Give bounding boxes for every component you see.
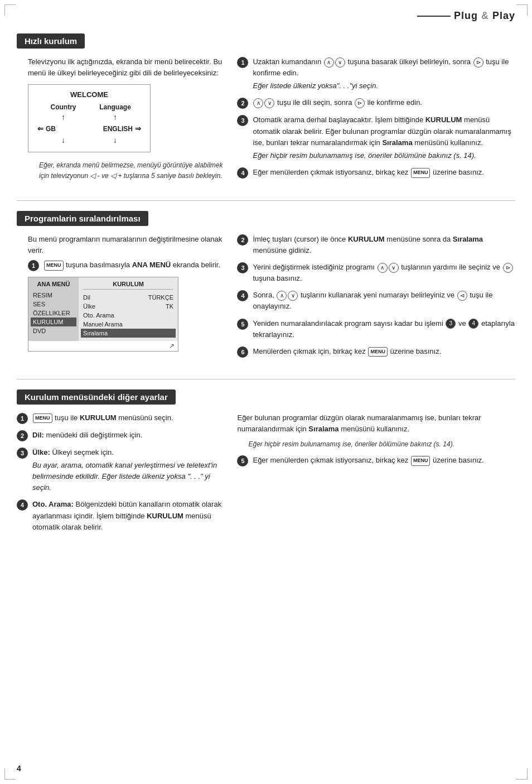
brand-text: Plug & Play [454,10,515,22]
menu-row-ulke: ÜlkeTK [83,302,173,311]
section2-step1: 1 MENU tuşuna basılmasıyla ANA MENÜ ekra… [17,259,226,271]
brand-line [417,16,451,17]
ana-menu-title: ANA MENÜ [33,281,74,287]
btn-confirm-1: ⊳ [473,57,483,68]
section2-right: 2 İmleç tuşları (cursor) ile önce KURULU… [237,234,515,363]
s2-step2-num: 2 [237,234,248,246]
s2-step3-row: 3 Yerini değiştirmek istediğiniz program… [237,262,515,284]
s3-item2-text: Dil: menüdeki dili değiştirmek için. [32,430,226,441]
menu-arrow: ↗ [169,342,175,350]
menu-row-siralama: Sıralama [81,329,176,338]
step4-row: 4 Eğer menülerden çıkmak istiyorsanız, b… [237,167,515,179]
section3-title: Kurulum menüsündeki diğer ayarlar [17,389,176,405]
menu-row-manuel: Manuel Arama [83,320,173,329]
s2-step6-num: 6 [237,347,248,358]
s2-step2-text: İmleç tuşları (cursor) ile önce KURULUM … [253,234,515,256]
menu-screenshot: ANA MENÜ RESIM SES ÖZELLIKLER KURULUM DV… [28,277,178,352]
country-value: GB [46,125,56,133]
s3-item3: 3 Ülke: Ülkeyi seçmek için. Bu ayar, ara… [17,447,226,494]
menu-right-panel: KURULUM DilTÜRKÇE ÜlkeTK Oto. Arama Manu… [79,277,178,341]
btn-up-4: ∧ [277,291,287,301]
s2-step6-row: 6 Menülerden çıkmak için, birkaç kez MEN… [237,346,515,358]
section2-step1-text: MENU tuşuna basılmasıyla ANA MENÜ ekrand… [43,259,226,271]
s3-item4-num: 4 [17,499,28,511]
step1-text: Uzaktan kumandanın ∧∨ tuşuna basarak ülk… [253,56,515,92]
welcome-box: WELCOME Country Language ↑ ↑ [28,84,151,152]
menu-item-dvd: DVD [33,326,74,335]
page-number: 4 [17,764,21,773]
step1-row: 1 Uzaktan kumandanın ∧∨ tuşuna basarak ü… [237,56,515,92]
s2-step4-row: 4 Sonra, ∧∨ tuşlarını kullanarak yeni nu… [237,290,515,312]
section-programlarin: Programlarin sıralandırılması Bu menü pr… [17,211,515,363]
welcome-title: WELCOME [37,90,141,99]
btn-down-3: ∨ [389,263,399,273]
section2-left: Bu menü programların numaralarının değiş… [17,234,226,363]
menu-row-dil: DilTÜRKÇE [83,293,173,302]
s3-item4: 4 Oto. Arama: Bölgenizdeki bütün kanalla… [17,499,226,532]
btn-up-down-1: ∧ [324,57,334,68]
s3-right-p1: Eğer bulunan programlar düzgün olarak nu… [237,412,515,435]
language-arrow-down: ↓ [113,136,117,144]
s2-step3-num: 3 [237,262,248,273]
section1-intro: Televizyonu ilk açtığınızda, ekranda bir… [17,56,226,79]
s2-step3-text: Yerini değiştirmek istediğiniz programı … [253,262,515,284]
btn-menu-5: MENU [411,456,431,466]
kurulum-title: KURULUM [83,281,173,290]
s2-step4-text: Sonra, ∧∨ tuşlarını kullanarak yeni numa… [253,290,515,312]
s3-item4-text: Oto. Arama: Bölgenizdeki bütün kanalları… [32,499,226,532]
menu-item-ozellikler: ÖZELLIKLER [33,309,74,318]
s2-step6-text: Menülerden çıkmak için, birkaç kez MENU … [253,346,515,357]
s3-step5-row: 5 Eğer menülerden çıkmak istiyorsanız, b… [237,455,515,466]
s2-step5-text: Yeniden numaralandırılacak program sayıs… [253,318,515,340]
country-label: Country [51,103,76,111]
section3-right: Eğer bulunan programlar düzgün olarak nu… [237,412,515,538]
step3-text: Otomatik arama derhal başlayacaktır. İşl… [253,114,515,161]
language-arrow-right: ⇒ [135,124,141,133]
s2-step2-row: 2 İmleç tuşları (cursor) ile önce KURULU… [237,234,515,256]
btn-down-1: ∨ [335,57,345,68]
language-value: ENGLISH [103,125,133,133]
btn-confirm-2: ⊳ [355,98,365,108]
btn-left-4: ⊲ [457,291,467,301]
btn-down-2: ∨ [264,98,274,108]
s3-item3-text: Ülke: Ülkeyi seçmek için. Bu ayar, arama… [32,447,226,494]
btn-ok-3: ⊳ [503,263,513,273]
step1-num: 1 [237,57,248,68]
section2-title: Programlarin sıralandırılması [17,211,148,226]
s3-item2-num: 2 [17,430,28,441]
section1-note: Eğer, ekranda menü belirmezse, menüyü gö… [28,160,226,181]
section1-right: 1 Uzaktan kumandanın ∧∨ tuşuna basarak ü… [237,56,515,185]
menu-item-resim: RESIM [33,291,74,300]
s3-item1: 1 MENU tuşu ile KURULUM menüsünü seçin. [17,412,226,424]
section2-intro: Bu menü programların numaralarının değiş… [17,234,226,256]
step2-text: ∧∨ tuşu ile dili seçin, sonra ⊳ ile konf… [253,97,515,108]
menu-row-oto-arama: Oto. Arama [83,311,173,320]
s3-item1-num: 1 [17,413,28,424]
btn-menu-2: MENU [44,261,64,271]
country-arrow-down: ↓ [61,136,65,144]
btn-menu-1: MENU [411,168,431,178]
menu-left-panel: ANA MENÜ RESIM SES ÖZELLIKLER KURULUM DV… [28,277,79,341]
btn-down-4: ∨ [288,291,298,301]
section1-title: Hızlı kurulum [17,33,85,49]
s3-right-italic: Eğer hiçbir resim bulunamamış ise, öneri… [248,439,515,449]
step2-num: 2 [237,98,248,109]
step2-row: 2 ∧∨ tuşu ile dili seçin, sonra ⊳ ile ko… [237,97,515,109]
country-arrow-left: ⇐ [37,124,43,133]
step3-row: 3 Otomatik arama derhal başlayacaktır. İ… [237,114,515,161]
step3-num: 3 [237,115,248,126]
menu-item-kurulum: KURULUM [31,318,76,326]
brand-area: Plug & Play [417,10,515,22]
s3-item1-text: MENU tuşu ile KURULUM menüsünü seçin. [32,412,226,424]
section1-left: Televizyonu ilk açtığınızda, ekranda bir… [17,56,226,185]
section-kurulum-diger: Kurulum menüsündeki diğer ayarlar 1 MENU… [17,389,515,538]
country-arrow-up: ↑ [61,113,65,121]
step-ref-4: 4 [468,319,478,329]
step-ref-3: 3 [446,319,456,329]
s2-step5-row: 5 Yeniden numaralandırılacak program say… [237,318,515,340]
section2-step1-num: 1 [28,260,39,271]
btn-menu-3: MENU [368,347,388,357]
language-label: Language [99,103,131,111]
s3-step5-num: 5 [237,455,248,466]
btn-up-3: ∧ [378,263,388,273]
